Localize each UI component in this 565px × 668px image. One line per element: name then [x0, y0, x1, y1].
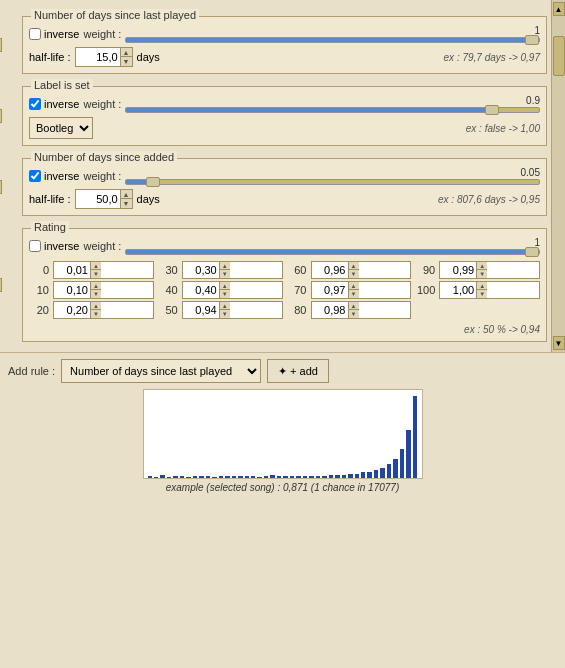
rating-arrow-down-60[interactable]: ▼ [349, 270, 359, 278]
rating-arrow-down-30[interactable]: ▼ [220, 270, 230, 278]
rating-arrow-down-80[interactable]: ▼ [349, 310, 359, 318]
rating-arrow-down-10[interactable]: ▼ [91, 290, 101, 298]
days-played-weight-slider[interactable] [125, 37, 540, 43]
rating-arrow-up-80[interactable]: ▲ [349, 302, 359, 310]
rating-arrow-up-10[interactable]: ▲ [91, 282, 101, 290]
days-added-inverse-checkbox-label[interactable]: inverse [29, 170, 79, 182]
rating-input-70[interactable] [312, 282, 348, 298]
rating-spinbox-20[interactable]: ▲▼ [53, 301, 154, 319]
rating-inverse-checkbox-label[interactable]: inverse [29, 240, 79, 252]
remove-rule-rating-button[interactable]: − [0, 278, 2, 292]
chart-bar-25 [309, 476, 313, 478]
days-added-days-label: days [137, 193, 160, 205]
label-dropdown-row: Bootleg Other ex : false -> 1,00 [29, 117, 540, 139]
add-rule-button[interactable]: ✦ + add [267, 359, 329, 383]
rating-input-30[interactable] [183, 262, 219, 278]
bottom-section: Add rule : Number of days since last pla… [0, 352, 565, 497]
remove-rule-days-added-button[interactable]: − [0, 180, 2, 194]
add-button-icon: ✦ [278, 365, 287, 378]
rule-label-is-set: − Label is set inverse weight : 0.9 [4, 86, 547, 146]
rating-arrow-down-90[interactable]: ▼ [477, 270, 487, 278]
chart-bar-26 [316, 476, 320, 478]
days-played-halflife-spinbox[interactable]: ▲ ▼ [75, 47, 133, 67]
rating-spinbox-50[interactable]: ▲▼ [182, 301, 283, 319]
rating-arrow-up-20[interactable]: ▲ [91, 302, 101, 310]
label-weight-slider[interactable] [125, 107, 540, 113]
days-added-halflife-up[interactable]: ▲ [121, 190, 132, 199]
label-inverse-checkbox-label[interactable]: inverse [29, 98, 79, 110]
rating-label-90: 90 [415, 264, 435, 276]
days-played-halflife-down[interactable]: ▼ [121, 57, 132, 66]
days-added-inverse-checkbox[interactable] [29, 170, 41, 182]
chart-bar-18 [264, 476, 268, 478]
days-added-ex-text: ex : 807,6 days -> 0,95 [438, 194, 540, 205]
rating-arrow-down-40[interactable]: ▼ [220, 290, 230, 298]
days-added-halflife-spinbox[interactable]: ▲ ▼ [75, 189, 133, 209]
rating-input-10[interactable] [54, 282, 90, 298]
rating-arrow-up-50[interactable]: ▲ [220, 302, 230, 310]
scrollbar-thumb[interactable] [553, 36, 565, 76]
rating-input-80[interactable] [312, 302, 348, 318]
days-added-halflife-input[interactable] [76, 190, 120, 208]
rating-input-50[interactable] [183, 302, 219, 318]
rating-spinbox-0[interactable]: ▲▼ [53, 261, 154, 279]
days-played-halflife-input[interactable] [76, 48, 120, 66]
rating-input-40[interactable] [183, 282, 219, 298]
rating-label-20: 20 [29, 304, 49, 316]
rating-input-60[interactable] [312, 262, 348, 278]
rating-input-90[interactable] [440, 262, 476, 278]
chart-bar-0 [148, 476, 152, 478]
rating-label-30: 30 [158, 264, 178, 276]
remove-rule-days-played-button[interactable]: − [0, 38, 2, 52]
rating-arrow-up-90[interactable]: ▲ [477, 262, 487, 270]
rating-spinbox-70[interactable]: ▲▼ [311, 281, 412, 299]
rating-arrow-down-0[interactable]: ▼ [91, 270, 101, 278]
scrollbar[interactable]: ▲ ▼ [551, 0, 565, 352]
rating-arrow-up-60[interactable]: ▲ [349, 262, 359, 270]
rating-arrow-up-0[interactable]: ▲ [91, 262, 101, 270]
days-added-slider-container: 0.05 [125, 167, 540, 185]
rule-section-days-played: Number of days since last played inverse… [22, 16, 547, 74]
days-added-weight-row: inverse weight : 0.05 [29, 167, 540, 185]
remove-rule-label-button[interactable]: − [0, 109, 2, 123]
rating-arrow-up-30[interactable]: ▲ [220, 262, 230, 270]
days-played-halflife-up[interactable]: ▲ [121, 48, 132, 57]
days-played-inverse-checkbox[interactable] [29, 28, 41, 40]
rating-arrow-down-50[interactable]: ▼ [220, 310, 230, 318]
days-added-weight-slider[interactable] [125, 179, 540, 185]
rule-section-title-days-added: Number of days since added [31, 151, 177, 163]
rating-arrow-down-100[interactable]: ▼ [477, 290, 487, 298]
rating-spinbox-90[interactable]: ▲▼ [439, 261, 540, 279]
rating-arrow-up-40[interactable]: ▲ [220, 282, 230, 290]
rating-input-20[interactable] [54, 302, 90, 318]
rating-spinbox-80[interactable]: ▲▼ [311, 301, 412, 319]
chart-bar-3 [167, 477, 171, 478]
chart-bar-30 [342, 475, 346, 478]
days-played-slider-container: 1 [125, 25, 540, 43]
chart-caption: example (selected song) : 0,871 (1 chanc… [8, 482, 557, 493]
rating-weight-slider[interactable] [125, 249, 540, 255]
days-added-halflife-down[interactable]: ▼ [121, 199, 132, 208]
days-played-weight-row: inverse weight : 1 [29, 25, 540, 43]
rating-spinbox-60[interactable]: ▲▼ [311, 261, 412, 279]
rating-arrow-up-70[interactable]: ▲ [349, 282, 359, 290]
rating-arrow-down-20[interactable]: ▼ [91, 310, 101, 318]
add-rule-select[interactable]: Number of days since last played Number … [61, 359, 261, 383]
rating-input-100[interactable] [440, 282, 476, 298]
rating-spinbox-100[interactable]: ▲▼ [439, 281, 540, 299]
chart-bar-15 [245, 476, 249, 478]
rating-spinbox-40[interactable]: ▲▼ [182, 281, 283, 299]
scroll-area[interactable]: − Number of days since last played inver… [0, 0, 551, 352]
label-dropdown[interactable]: Bootleg Other [29, 117, 93, 139]
rating-spinbox-30[interactable]: ▲▼ [182, 261, 283, 279]
label-inverse-checkbox[interactable] [29, 98, 41, 110]
rating-spinbox-10[interactable]: ▲▼ [53, 281, 154, 299]
rating-arrow-up-100[interactable]: ▲ [477, 282, 487, 290]
rating-label-80: 80 [287, 304, 307, 316]
scrollbar-down-arrow[interactable]: ▼ [553, 336, 565, 350]
days-played-inverse-checkbox-label[interactable]: inverse [29, 28, 79, 40]
scrollbar-up-arrow[interactable]: ▲ [553, 2, 565, 16]
rating-input-0[interactable] [54, 262, 90, 278]
rating-arrow-down-70[interactable]: ▼ [349, 290, 359, 298]
rating-inverse-checkbox[interactable] [29, 240, 41, 252]
